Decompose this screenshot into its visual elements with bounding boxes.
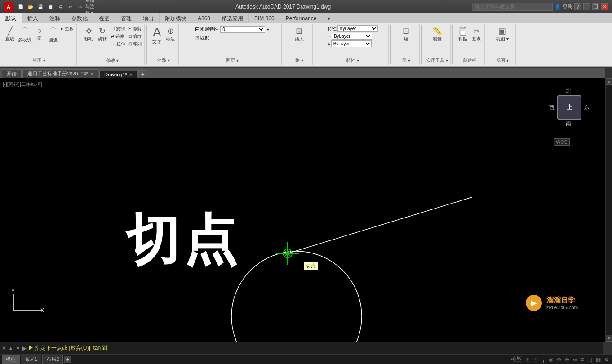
modify-group-label[interactable]: 修改 ▾ bbox=[83, 57, 143, 64]
view-group-label[interactable]: 视图 ▾ bbox=[491, 57, 514, 64]
tab-default[interactable]: 默认 bbox=[0, 13, 22, 23]
tab-view[interactable]: 视图 bbox=[93, 13, 115, 23]
properties-btn[interactable]: 特性 bbox=[328, 26, 337, 32]
tab-manage[interactable]: 管理 bbox=[115, 13, 137, 23]
undo-btn[interactable]: ↩ bbox=[66, 2, 75, 11]
layer-properties-btn[interactable]: ⊟ 图层特性 bbox=[194, 25, 219, 33]
utilities-group-label[interactable]: 实用工具 ▾ bbox=[426, 57, 448, 64]
mirror-btn[interactable]: ⇌ 镜像 bbox=[110, 33, 126, 40]
lineweight-dropdown[interactable]: ByLayer bbox=[331, 40, 372, 47]
stretch-btn[interactable]: ↔ 拉伸 bbox=[110, 40, 126, 48]
measure-btn[interactable]: 📏 测量 bbox=[431, 25, 443, 43]
osnap-btn[interactable]: ⊕ bbox=[556, 356, 562, 363]
snap-btn[interactable]: ⊡ bbox=[532, 356, 539, 363]
line-btn[interactable]: ╱ 直线 bbox=[4, 25, 16, 43]
workspace-dropdown[interactable]: 草图与注释 ▾ bbox=[85, 2, 94, 11]
navcube[interactable]: 北 南 东 西 上 WCS bbox=[549, 87, 590, 146]
doc-tab-start[interactable]: 开始 bbox=[2, 69, 22, 78]
tab-output[interactable]: 输出 bbox=[137, 13, 160, 23]
layer-dropdown[interactable]: 0 bbox=[220, 26, 265, 33]
text-btn[interactable]: A 文字 bbox=[151, 25, 163, 46]
cut-btn[interactable]: ✂ 基点 bbox=[470, 25, 483, 43]
layer-more-btn[interactable]: ▾ bbox=[266, 27, 270, 32]
groups-group-label[interactable]: 组 ▾ bbox=[395, 57, 417, 64]
print-btn[interactable]: 🖨 bbox=[56, 2, 65, 11]
tab-layout1[interactable]: 布局1 bbox=[21, 355, 41, 364]
minimize-btn[interactable]: ─ bbox=[583, 3, 590, 10]
tab-performance[interactable]: Performance bbox=[280, 13, 323, 23]
scrollbar-right[interactable]: ▲ ▼ bbox=[605, 78, 612, 342]
tab-manual-close[interactable]: ✕ bbox=[90, 71, 93, 76]
settings-btn[interactable]: ⚙ bbox=[603, 356, 610, 363]
match-btn[interactable]: ⊡ 匹配 bbox=[194, 34, 211, 41]
view-btn[interactable]: ▣ 视图 ▾ bbox=[495, 25, 510, 43]
cmd-scroll-up[interactable]: ▲ bbox=[8, 345, 13, 351]
autocad-logo[interactable]: A bbox=[4, 2, 13, 12]
cube-top[interactable]: 上 bbox=[557, 95, 581, 120]
drawing-area[interactable]: [-][俯视][二维线框] 切点 切点 北 南 东 西 上 WCS ▲ ▼ bbox=[0, 78, 612, 342]
restore-btn[interactable]: ❐ bbox=[592, 3, 599, 10]
props-group-label[interactable]: 特性 ▾ bbox=[319, 57, 386, 64]
model-status-btn[interactable]: 模型 bbox=[510, 355, 523, 363]
arc-btn[interactable]: ⌒ 圆弧 bbox=[47, 25, 59, 44]
tab-layout2[interactable]: 布局2 bbox=[42, 355, 63, 364]
grid-btn[interactable]: ⊞ bbox=[524, 356, 531, 363]
new-btn[interactable]: 📄 bbox=[16, 2, 25, 11]
clipboard-group-label[interactable]: 剪贴板 bbox=[457, 57, 483, 64]
ortho-btn[interactable]: ┐ bbox=[541, 356, 546, 363]
3d-osnap-btn[interactable]: ⊗ bbox=[564, 356, 570, 363]
color-dropdown[interactable]: ByLayer bbox=[337, 25, 378, 32]
tab-a360[interactable]: A360 bbox=[192, 13, 216, 23]
doc-tab-add[interactable]: + bbox=[138, 70, 147, 78]
open-btn[interactable]: 📂 bbox=[26, 2, 35, 11]
help-btn[interactable]: ? bbox=[574, 3, 581, 10]
array-btn[interactable]: ⊞ 阵列 bbox=[127, 40, 143, 48]
polyline-btn[interactable]: ⌒ 多段线 bbox=[17, 25, 32, 44]
tab-param[interactable]: 参数化 bbox=[66, 13, 93, 23]
transparency-btn[interactable]: ◫ bbox=[586, 356, 593, 363]
sep4 bbox=[284, 25, 284, 64]
scroll-up-btn[interactable]: ▲ bbox=[606, 78, 612, 85]
scroll-down-btn[interactable]: ▼ bbox=[606, 335, 612, 342]
trim-btn[interactable]: ✂ 修剪 bbox=[127, 25, 143, 32]
tab-drawing1-close[interactable]: ✕ bbox=[129, 72, 133, 77]
annotation-btn[interactable]: ⊕ 标注 bbox=[164, 25, 177, 43]
login-label[interactable]: 登录 bbox=[563, 4, 572, 10]
tab-insert[interactable]: 插入 bbox=[22, 13, 44, 23]
close-btn[interactable]: ✕ bbox=[601, 3, 608, 10]
add-layout-btn[interactable]: + bbox=[64, 356, 71, 363]
tab-extra[interactable]: ▾ bbox=[322, 13, 336, 23]
copy-btn[interactable]: ❐ 复制 bbox=[110, 25, 126, 32]
circle-btn[interactable]: ○ 圆 bbox=[33, 25, 46, 43]
doc-tab-manual[interactable]: 通用工艺标准手册2020_04* ✕ bbox=[22, 69, 98, 78]
cmd-scroll-dn[interactable]: ▼ bbox=[15, 345, 21, 351]
move-btn[interactable]: ✥ 移动 bbox=[83, 25, 95, 43]
tab-model[interactable]: 模型 bbox=[2, 355, 20, 364]
group-btn[interactable]: ⊡ 组 bbox=[400, 25, 412, 43]
linewidth-btn[interactable]: ≡ bbox=[580, 356, 585, 363]
tab-bim360[interactable]: BIM 360 bbox=[249, 13, 280, 23]
polar-btn[interactable]: ◎ bbox=[548, 356, 554, 363]
tab-addon[interactable]: 附加模块 bbox=[160, 13, 192, 23]
select-btn[interactable]: ▦ bbox=[595, 356, 602, 363]
redo-btn[interactable]: ↪ bbox=[75, 2, 84, 11]
insert-btn[interactable]: ⊞ 插入 bbox=[293, 25, 306, 43]
tab-annotate[interactable]: 注释 bbox=[44, 13, 66, 23]
more-draw-btn[interactable]: ▸ 更多 bbox=[60, 25, 75, 32]
doc-tab-drawing1[interactable]: Drawing1* ✕ bbox=[99, 71, 137, 78]
wcs-label[interactable]: WCS bbox=[554, 138, 570, 146]
layers-group-label[interactable]: 图层 ▾ bbox=[185, 57, 279, 64]
otrack-btn[interactable]: ∞ bbox=[572, 356, 578, 363]
text-group-label[interactable]: 注释 ▾ bbox=[151, 57, 177, 64]
saveas-btn[interactable]: 📋 bbox=[46, 2, 55, 11]
insert-group-label[interactable]: 块 ▾ bbox=[288, 57, 310, 64]
save-btn[interactable]: 💾 bbox=[36, 2, 45, 11]
rotate-btn[interactable]: ↻ 旋转 bbox=[96, 25, 109, 43]
cmd-close-btn[interactable]: ✕ bbox=[2, 345, 6, 351]
tab-precision[interactable]: 精选应用 bbox=[216, 13, 249, 23]
scale-btn[interactable]: ⊡ 缩放 bbox=[127, 33, 143, 40]
paste-btn[interactable]: 📋 粘贴 bbox=[457, 25, 469, 43]
draw-group-label[interactable]: 绘图 ▾ bbox=[4, 57, 75, 64]
search-input[interactable] bbox=[472, 3, 553, 11]
linetype-dropdown[interactable]: ByLayer bbox=[332, 33, 372, 40]
